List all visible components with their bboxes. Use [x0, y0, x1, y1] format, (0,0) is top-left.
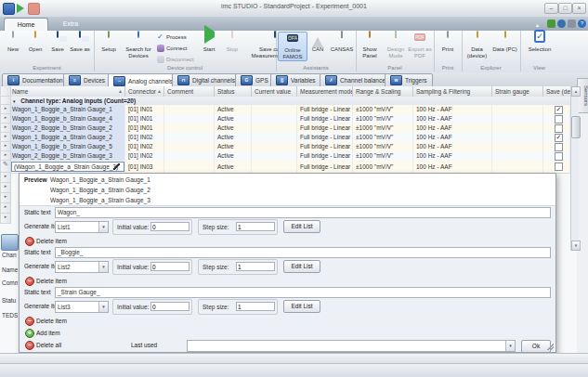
static-text-input[interactable]: Wagon_ [55, 207, 551, 218]
step-size-input[interactable] [236, 222, 275, 231]
open-button[interactable]: Open [25, 32, 46, 53]
row-indicator[interactable]: ▸ [0, 183, 11, 193]
cell-current-value[interactable] [252, 142, 297, 151]
cell-status[interactable]: Active [215, 114, 252, 124]
online-famos-button[interactable]: OFAOnline FAMOS [278, 32, 307, 61]
cell-range[interactable]: ±1000 "mV/V" [353, 161, 413, 173]
tab-variables[interactable]: ≣Variables [270, 73, 321, 87]
table-scrollbar[interactable]: ▴ ▾ [570, 86, 579, 251]
cell-comment[interactable] [164, 124, 215, 133]
save-as-button[interactable]: Save as [70, 32, 90, 53]
row-indicator[interactable]: ▸ [0, 114, 11, 124]
data-device-button[interactable]: Data (device) [464, 32, 490, 59]
close-button[interactable]: × [572, 3, 586, 14]
column-sampling-filtering[interactable]: Sampling & Filtering [413, 86, 492, 97]
column-current-value[interactable]: Current value [252, 86, 297, 97]
row-indicator[interactable]: ▸ [0, 193, 11, 203]
setup-button[interactable]: Setup [97, 32, 121, 53]
column-comment[interactable]: Comment [164, 86, 215, 97]
save-checkbox[interactable]: ✓ [555, 106, 563, 114]
can-button[interactable]: CAN [307, 32, 328, 53]
row-indicator[interactable]: ▸ [0, 105, 11, 114]
minimize-button[interactable]: – [544, 3, 558, 14]
static-text-input[interactable]: _Strain Gauge_ [55, 287, 551, 298]
initial-value-input[interactable] [150, 262, 189, 271]
cell-name[interactable]: Wagon_1_Boggie_a_Strain Gauge_1 [9, 105, 125, 114]
cell-mode[interactable]: Full bridge - Linear [297, 142, 353, 151]
group-collapse-icon[interactable]: ▾ [13, 98, 16, 104]
cell-range[interactable]: ±1000 "mV/V" [353, 142, 413, 151]
row-indicator[interactable]: ▸ [0, 142, 11, 151]
delete-item-button[interactable]: Delete item [36, 278, 67, 284]
cell-sampling[interactable]: 100 Hz - AAF [413, 124, 492, 133]
cell-name[interactable]: Wagon_1_Boggie_b_Strain Gauge_4 [9, 114, 125, 124]
cell-connector[interactable]: [01] IN02 [125, 151, 164, 161]
cell-range[interactable]: ±1000 "mV/V" [353, 124, 413, 133]
row-indicator[interactable]: ▸ [0, 173, 11, 183]
cell-connector[interactable]: [01] IN02 [125, 142, 164, 151]
monitor-mini-icon[interactable] [568, 20, 576, 28]
edit-list-button[interactable]: Edit List [283, 260, 320, 273]
popup-resize-grip[interactable] [547, 344, 554, 350]
cell-status[interactable]: Active [215, 133, 252, 142]
delete-all-button[interactable]: Delete all [36, 342, 61, 348]
cell-connector[interactable]: [01] IN03 [125, 161, 164, 173]
show-panel-button[interactable]: Show Panel [358, 32, 382, 59]
list-dropdown[interactable]: List2▾ [55, 261, 109, 273]
cell-strain-gauge[interactable] [492, 114, 543, 124]
column-connector[interactable]: Connector▲ [125, 86, 164, 97]
cell-sampling[interactable]: 100 Hz - AAF [413, 105, 492, 114]
chevron-down-icon[interactable]: ▾ [505, 341, 515, 351]
delete-item-icon[interactable]: − [25, 277, 34, 286]
cell-range[interactable]: ±1000 "mV/V" [353, 105, 413, 114]
cansas-button[interactable]: CANSAS [330, 32, 354, 53]
search-for-devices-button[interactable]: Search for Devices [123, 32, 154, 59]
save-checkbox[interactable] [555, 124, 563, 133]
cell-mode[interactable]: Full bridge - Linear [297, 124, 353, 133]
cell-range[interactable]: ±1000 "mV/V" [353, 151, 413, 161]
collapse-ribbon-icon[interactable]: ▴ [536, 21, 539, 28]
list-dropdown[interactable]: List1▾ [55, 221, 109, 233]
cell-comment[interactable] [164, 133, 215, 142]
edit-list-button[interactable]: Edit List [283, 220, 320, 233]
chevron-down-icon[interactable]: ▾ [98, 262, 108, 272]
cell-name[interactable]: Wagon_1_Boggie_b_Strain Gauge_5 [9, 142, 125, 151]
maximize-button[interactable]: □ [558, 3, 572, 14]
tab-channel-balance[interactable]: ✗Channel balance [320, 73, 391, 87]
save-checkbox[interactable]: ✓ [555, 134, 563, 142]
cell-status[interactable]: Active [215, 161, 252, 173]
cell-strain-gauge[interactable] [492, 151, 543, 161]
cell-current-value[interactable] [252, 151, 297, 161]
column-strain-gauge[interactable]: Strain gauge [492, 86, 543, 97]
delete-all-icon[interactable]: − [25, 341, 34, 350]
save-checkbox[interactable] [555, 143, 563, 151]
new-button[interactable]: New [3, 32, 23, 53]
panel-mini-icon[interactable] [547, 20, 555, 28]
cell-mode[interactable]: Full bridge - Linear [297, 161, 353, 173]
column-measurement-mode[interactable]: Measurement mode [297, 86, 353, 97]
cell-strain-gauge[interactable] [492, 105, 543, 114]
edit-list-button[interactable]: Edit List [283, 300, 320, 313]
step-size-input[interactable] [236, 262, 275, 271]
add-item-button[interactable]: Add item [36, 330, 60, 336]
save-checkbox[interactable] [555, 115, 563, 124]
save-button[interactable]: Save [47, 32, 68, 53]
cell-strain-gauge[interactable] [492, 124, 543, 133]
scroll-down-icon[interactable]: ▾ [571, 240, 581, 251]
start-button[interactable]: Start [198, 32, 220, 53]
cell-sampling[interactable]: 100 Hz - AAF [413, 142, 492, 151]
cell-current-value[interactable] [252, 105, 297, 114]
cell-comment[interactable] [164, 151, 215, 161]
scrollbar-thumb[interactable] [571, 116, 581, 138]
cell-strain-gauge[interactable] [492, 142, 543, 151]
delete-item-icon[interactable]: − [25, 237, 34, 246]
cell-connector[interactable]: [01] IN01 [125, 105, 164, 114]
chevron-down-icon[interactable]: ▾ [98, 222, 108, 232]
add-item-icon[interactable]: + [25, 329, 34, 338]
scroll-up-icon[interactable]: ▴ [571, 86, 581, 97]
cell-current-value[interactable] [252, 133, 297, 142]
row-indicator[interactable]: ▸ [0, 203, 11, 214]
cell-status[interactable]: Active [215, 105, 252, 114]
cell-name[interactable]: Wagon_2_Boggie_b_Strain Gauge_3 [9, 151, 125, 161]
cell-current-value[interactable] [252, 161, 297, 173]
